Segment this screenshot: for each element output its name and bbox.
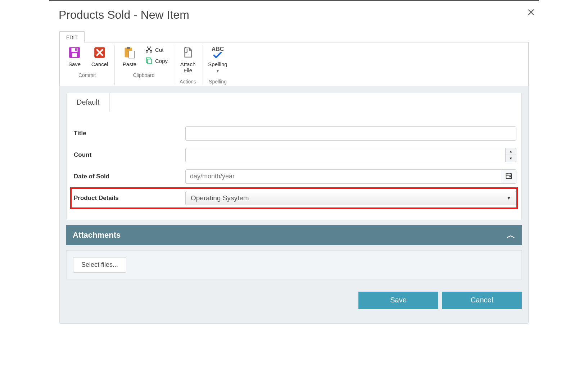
attachments-body: Select files... xyxy=(66,250,522,279)
dialog-products-sold-new-item: ✕ Products Sold - New Item EDIT Save Can… xyxy=(49,0,539,338)
calendar-icon xyxy=(505,172,512,181)
label-count: Count xyxy=(72,151,185,159)
attach-file-button[interactable]: Attach File xyxy=(178,45,198,74)
save-button[interactable]: Save xyxy=(65,45,84,67)
ribbon-group-label-actions: Actions xyxy=(180,79,196,85)
spinner-up-icon[interactable]: ▲ xyxy=(506,148,516,155)
attachments-title: Attachments xyxy=(73,230,121,240)
product-details-value: Operating Sysytem xyxy=(191,194,249,202)
ribbon-group-clipboard: Paste Cut Copy xyxy=(115,45,173,85)
field-row-date-of-sold: Date of Sold xyxy=(72,166,516,187)
svg-rect-2 xyxy=(72,53,77,57)
svg-rect-14 xyxy=(509,176,510,177)
cut-button[interactable]: Cut xyxy=(145,45,168,54)
attachments-header[interactable]: Attachments ︿ xyxy=(66,225,522,245)
copy-button[interactable]: Copy xyxy=(145,56,168,65)
footer-buttons: Save Cancel xyxy=(66,292,522,309)
svg-rect-7 xyxy=(129,51,135,58)
copy-icon xyxy=(145,56,153,65)
close-icon[interactable]: ✕ xyxy=(527,8,535,18)
svg-rect-6 xyxy=(127,47,130,49)
dropdown-caret-icon: ▼ xyxy=(216,69,220,73)
paste-icon xyxy=(122,45,137,60)
attach-file-icon xyxy=(181,45,195,60)
chevron-down-icon: ▼ xyxy=(507,196,511,201)
form-container: Default Title Count xyxy=(59,86,529,324)
footer-cancel-button[interactable]: Cancel xyxy=(442,292,522,309)
spelling-icon: ABC xyxy=(211,45,225,60)
spelling-button[interactable]: ABC Spelling▼ xyxy=(208,45,227,74)
label-title: Title xyxy=(72,130,185,137)
field-row-title: Title xyxy=(72,123,516,144)
ribbon-tab-strip: EDIT xyxy=(59,31,535,42)
ribbon-tab-edit[interactable]: EDIT xyxy=(59,31,85,42)
field-row-product-details: Product Details Operating Sysytem ▼ xyxy=(70,187,518,209)
date-of-sold-input[interactable] xyxy=(185,169,501,184)
cut-icon xyxy=(145,45,153,54)
save-icon xyxy=(67,45,82,60)
count-spinner: ▲ ▼ xyxy=(506,148,516,162)
svg-rect-12 xyxy=(506,174,511,178)
ribbon-group-label-clipboard: Clipboard xyxy=(133,72,155,78)
calendar-button[interactable] xyxy=(501,169,516,184)
label-date-of-sold: Date of Sold xyxy=(72,173,185,180)
svg-rect-11 xyxy=(148,59,151,64)
select-files-button[interactable]: Select files... xyxy=(73,257,126,273)
paste-button[interactable]: Paste xyxy=(120,45,139,67)
ribbon-group-label-commit: Commit xyxy=(78,72,96,78)
svg-rect-3 xyxy=(75,48,77,51)
cancel-icon xyxy=(92,45,107,60)
count-input[interactable] xyxy=(185,148,506,162)
page-title: Products Sold - New Item xyxy=(59,8,535,22)
footer-save-button[interactable]: Save xyxy=(358,292,438,309)
cancel-button[interactable]: Cancel xyxy=(90,45,109,67)
ribbon-group-spelling: ABC Spelling▼ Spelling xyxy=(203,45,232,85)
form-panel: Default Title Count xyxy=(66,93,522,220)
label-product-details: Product Details xyxy=(72,195,185,202)
ribbon: Save Cancel Commit Paste xyxy=(59,42,529,86)
product-details-select[interactable]: Operating Sysytem ▼ xyxy=(185,191,516,205)
chevron-up-icon: ︿ xyxy=(507,229,515,241)
title-input[interactable] xyxy=(185,126,516,141)
ribbon-group-label-spelling: Spelling xyxy=(209,79,227,85)
tab-default[interactable]: Default xyxy=(67,93,110,112)
ribbon-group-actions: Attach File Actions xyxy=(173,45,203,85)
field-row-count: Count ▲ ▼ xyxy=(72,144,516,166)
ribbon-group-commit: Save Cancel Commit xyxy=(60,45,115,85)
spinner-down-icon[interactable]: ▼ xyxy=(506,155,516,162)
